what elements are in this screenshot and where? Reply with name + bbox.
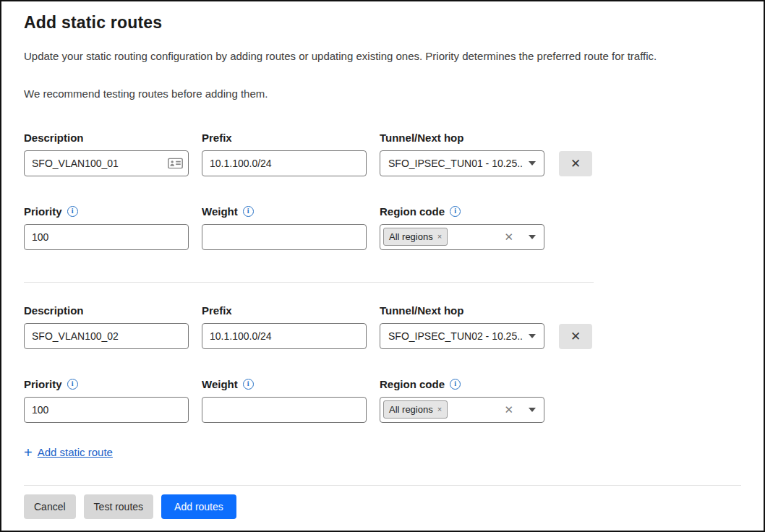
info-icon[interactable]: i [243, 206, 254, 217]
weight-input[interactable] [202, 224, 367, 250]
footer-divider [24, 485, 741, 486]
autofill-contact-card-icon[interactable] [168, 158, 183, 168]
route-1-options-row: Priority i Weight i Region code i [24, 205, 741, 250]
chevron-down-icon[interactable] [529, 161, 536, 166]
info-icon[interactable]: i [450, 206, 461, 217]
tunnel-label: Tunnel/Next hop [380, 132, 544, 144]
info-icon[interactable]: i [67, 379, 78, 390]
weight-label: Weight [202, 378, 238, 390]
description-field-group: Description [24, 132, 189, 176]
weight-label-row: Weight i [202, 205, 367, 218]
route-2-options-row: Priority i Weight i Region code i [24, 378, 741, 423]
description-input[interactable] [24, 323, 189, 349]
region-chip: All regions × [383, 228, 448, 246]
weight-label: Weight [202, 205, 238, 218]
prefix-label: Prefix [202, 132, 367, 144]
tunnel-label: Tunnel/Next hop [380, 304, 544, 317]
remove-route-button[interactable]: ✕ [559, 324, 592, 349]
dialog-content: Add static routes Update your static rou… [1, 1, 764, 519]
priority-field-group: Priority i [24, 205, 189, 250]
chevron-down-icon[interactable] [529, 408, 536, 412]
region-chip: All regions × [383, 400, 448, 419]
prefix-label: Prefix [202, 304, 367, 317]
add-static-routes-dialog: Add static routes Update your static rou… [0, 0, 765, 532]
tunnel-field-group: Tunnel/Next hop SFO_IPSEC_TUN01 - 10.25.… [380, 132, 544, 176]
region-field-group: Region code i All regions × ✕ [380, 205, 544, 250]
region-label-row: Region code i [380, 205, 544, 218]
region-label: Region code [380, 378, 445, 390]
route-2-main-row: Description Prefix Tunnel/Next hop SFO_I… [24, 304, 741, 349]
add-routes-button[interactable]: Add routes [161, 494, 236, 519]
description-field-group: Description [24, 304, 189, 349]
tunnel-select[interactable]: SFO_IPSEC_TUN01 - 10.25... [380, 150, 544, 176]
dialog-recommendation: We recommend testing routes before addin… [24, 87, 741, 101]
chevron-down-icon[interactable] [529, 334, 536, 338]
description-input-wrap [24, 150, 189, 176]
region-chip-label: All regions [389, 404, 433, 415]
weight-input[interactable] [202, 397, 367, 423]
clear-selection-icon[interactable]: ✕ [504, 404, 513, 415]
region-label: Region code [380, 205, 445, 218]
info-icon[interactable]: i [67, 206, 78, 217]
plus-icon: + [24, 445, 33, 460]
priority-field-group: Priority i [24, 378, 189, 423]
region-field-group: Region code i All regions × ✕ [380, 378, 544, 423]
tunnel-field-group: Tunnel/Next hop SFO_IPSEC_TUN02 - 10.25.… [380, 304, 544, 349]
clear-selection-icon[interactable]: ✕ [504, 231, 513, 242]
priority-label: Priority [24, 378, 62, 390]
weight-field-group: Weight i [202, 378, 367, 423]
weight-field-group: Weight i [202, 205, 367, 250]
prefix-input[interactable] [202, 323, 367, 349]
priority-label: Priority [24, 205, 62, 218]
cancel-button[interactable]: Cancel [24, 494, 76, 519]
weight-label-row: Weight i [202, 378, 367, 390]
prefix-field-group: Prefix [202, 132, 367, 176]
prefix-input[interactable] [202, 150, 367, 176]
tunnel-selected-value: SFO_IPSEC_TUN01 - 10.25... [388, 158, 523, 169]
page-title: Add static routes [24, 13, 741, 33]
dialog-description: Update your static routing configuration… [24, 50, 741, 64]
priority-label-row: Priority i [24, 205, 189, 218]
region-multiselect[interactable]: All regions × ✕ [380, 224, 544, 250]
route-section-1: Description [24, 132, 741, 250]
priority-label-row: Priority i [24, 378, 189, 390]
region-label-row: Region code i [380, 378, 544, 390]
test-routes-button[interactable]: Test routes [84, 494, 153, 519]
remove-route-button[interactable]: ✕ [559, 151, 592, 176]
chevron-down-icon[interactable] [529, 235, 536, 239]
footer-actions: Cancel Test routes Add routes [24, 494, 741, 519]
priority-input[interactable] [24, 224, 189, 250]
chip-remove-icon[interactable]: × [437, 233, 442, 241]
priority-input[interactable] [24, 397, 189, 423]
description-label: Description [24, 132, 189, 144]
description-input[interactable] [24, 150, 189, 176]
chip-remove-icon[interactable]: × [437, 406, 442, 413]
add-static-route-link[interactable]: + Add static route [24, 445, 113, 460]
tunnel-selected-value: SFO_IPSEC_TUN02 - 10.25... [388, 330, 523, 342]
description-label: Description [24, 304, 189, 317]
tunnel-select[interactable]: SFO_IPSEC_TUN02 - 10.25... [380, 323, 544, 349]
info-icon[interactable]: i [450, 379, 461, 390]
info-icon[interactable]: i [243, 379, 254, 390]
add-static-route-link-label: Add static route [38, 446, 113, 458]
region-chip-label: All regions [389, 231, 433, 242]
route-1-main-row: Description [24, 132, 741, 176]
region-multiselect[interactable]: All regions × ✕ [380, 397, 544, 423]
route-section-2: Description Prefix Tunnel/Next hop SFO_I… [24, 304, 741, 423]
prefix-field-group: Prefix [202, 304, 367, 349]
route-section-divider [24, 282, 594, 283]
